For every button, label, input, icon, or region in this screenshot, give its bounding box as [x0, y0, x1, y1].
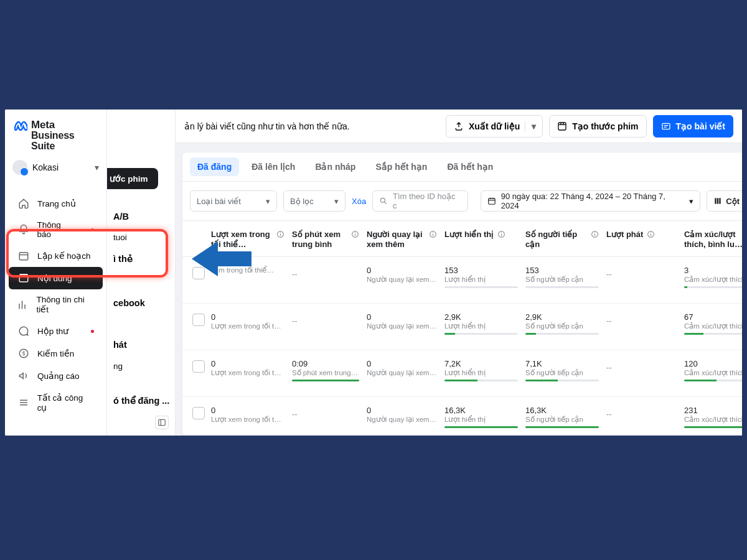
sub-sidebar-fragment[interactable]: tuoi — [113, 233, 127, 242]
sub-sidebar-fragment[interactable]: ì thẻ — [113, 254, 133, 264]
sidebar-item-content[interactable]: Nội dung — [9, 267, 103, 289]
table-row: 0Lượt xem trong tối thiể…--0Người quay l… — [182, 304, 742, 350]
tab-3[interactable]: Sắp hết hạn — [368, 157, 435, 176]
sub-pill[interactable]: ước phim — [100, 168, 158, 189]
sidebar-item-notify[interactable]: Thông báo — [9, 215, 103, 245]
inbox-icon — [17, 325, 30, 337]
table-cell: -- — [603, 266, 680, 279]
row-checkbox[interactable] — [192, 314, 205, 326]
table-cell: 2,9KLượt hiển thị — [441, 312, 522, 335]
monet-icon: $ — [17, 348, 30, 359]
table-cell: 0Người quay lại xem thêm — [363, 266, 441, 284]
info-icon — [591, 230, 599, 241]
sub-sidebar-fragment[interactable]: hát — [113, 340, 127, 350]
sub-sidebar-fragment[interactable]: ó thể đăng ... — [113, 396, 169, 406]
svg-rect-29 — [720, 198, 721, 203]
tabs: Đã đăngĐã lên lịchBản nhápSắp hết hạnĐã … — [182, 152, 742, 182]
chevron-down-icon: ▾ — [689, 197, 693, 206]
planner-icon — [17, 250, 30, 261]
sub-sidebar-fragment[interactable]: ng — [113, 362, 123, 371]
table-cell: 0:09Số phút xem trung bình — [288, 359, 363, 381]
sidebar-item-ads[interactable]: Quảng cáo — [9, 365, 103, 387]
page-subtitle: ản lý bài viết cũng như tin và hơn thế n… — [184, 121, 350, 131]
search-input[interactable]: Tìm theo ID hoặc c — [372, 190, 468, 212]
nav: Trang chủThông báoLập kế hoạchNội dungTh… — [5, 192, 106, 418]
collapse-sidebar-button[interactable] — [155, 416, 169, 429]
info-icon — [497, 230, 505, 241]
svg-rect-23 — [489, 198, 495, 204]
sidebar: Meta Business Suite Kokasi ▾ Trang chủTh… — [5, 110, 107, 436]
table-cell: 2,9KSố người tiếp cận — [522, 312, 603, 335]
org-avatar — [12, 160, 27, 175]
org-switcher[interactable]: Kokasi ▾ — [5, 155, 106, 182]
tab-0[interactable]: Đã đăng — [190, 157, 239, 176]
notify-icon — [17, 224, 29, 235]
sidebar-item-insights[interactable]: Thông tin chi tiết — [9, 289, 103, 320]
app-window: Meta Business Suite Kokasi ▾ Trang chủTh… — [5, 110, 742, 436]
sidebar-item-label: Trang chủ — [37, 198, 76, 208]
post-type-select[interactable]: Loại bài viết ▾ — [190, 190, 277, 212]
notification-dot — [91, 330, 94, 333]
table-cell: -- — [288, 312, 363, 325]
table-cell: 120Cảm xúc/lượt thích, bìn… — [680, 359, 742, 381]
table-cell: 0Người quay lại xem thêm — [363, 406, 441, 424]
clear-filters-link[interactable]: Xóa — [352, 197, 366, 206]
tab-2[interactable]: Bản nháp — [308, 157, 363, 176]
column-header[interactable]: Lượt xem trong tối thiể… — [207, 230, 288, 249]
panel-collapse-icon — [157, 418, 166, 427]
sidebar-item-label: Nội dung — [37, 273, 72, 283]
sub-sidebar: ước phim A/Btuoiì thẻcebookhátngó thể đă… — [107, 110, 176, 436]
info-icon — [647, 230, 655, 241]
columns-icon — [713, 197, 722, 205]
content-icon — [17, 273, 30, 284]
row-checkbox[interactable] — [192, 267, 205, 279]
sidebar-item-monet[interactable]: $Kiếm tiền — [9, 342, 103, 365]
column-header[interactable]: Lượt hiển thị — [441, 230, 522, 241]
svg-rect-2 — [19, 276, 28, 282]
table-cell: 0Người quay lại xem thêm — [363, 312, 441, 330]
svg-rect-3 — [19, 274, 28, 276]
columns-button[interactable]: Cột — [707, 190, 742, 212]
create-post-button[interactable]: Tạo bài viết — [653, 115, 733, 138]
chevron-down-icon: ▾ — [95, 162, 99, 172]
table-cell: 7,1KSố người tiếp cận — [522, 359, 603, 381]
brand: Meta Business Suite — [5, 110, 106, 155]
table-cell: -- — [603, 406, 680, 419]
table-cell: 0Lượt xem trong tối thiể… — [207, 312, 288, 330]
column-header[interactable]: Số phút xem trung bình — [288, 230, 363, 249]
sidebar-item-tools[interactable]: Tất cả công cụ — [9, 387, 103, 418]
table-cell: 0Lượt xem trong tối thiể… — [207, 359, 288, 377]
column-header[interactable]: Lượt phát — [603, 230, 680, 241]
svg-point-38 — [433, 232, 433, 233]
table-row: xem trong tối thiể…--0Người quay lại xem… — [182, 257, 742, 304]
column-header[interactable]: Số người tiếp cận — [522, 230, 603, 249]
column-header[interactable]: Cảm xúc/lượt thích, bình lu… — [680, 230, 742, 249]
tab-1[interactable]: Đã lên lịch — [244, 157, 303, 176]
svg-point-35 — [355, 232, 355, 233]
row-checkbox[interactable] — [192, 360, 205, 373]
sidebar-item-planner[interactable]: Lập kế hoạch — [9, 245, 103, 267]
sub-sidebar-fragment[interactable]: A/B — [113, 212, 129, 222]
sidebar-item-inbox[interactable]: Hộp thư — [9, 320, 103, 342]
sidebar-item-home[interactable]: Trang chủ — [9, 192, 103, 215]
svg-rect-0 — [19, 253, 28, 260]
calendar-icon — [487, 197, 496, 205]
row-checkbox[interactable] — [192, 407, 205, 419]
create-reel-button[interactable]: Tạo thước phim — [549, 115, 646, 138]
table-cell: -- — [288, 266, 363, 279]
export-button[interactable]: Xuất dữ liệu ▾ — [446, 115, 543, 138]
table-cell: 67Cảm xúc/lượt thích, bìn… — [680, 312, 742, 335]
chevron-down-icon: ▾ — [266, 197, 270, 206]
table-row: 0Lượt xem trong tối thiể…--0Người quay l… — [182, 397, 742, 435]
table-cell: -- — [288, 406, 363, 419]
table-cell: 153Số người tiếp cận — [522, 266, 603, 288]
column-header[interactable]: Người quay lại xem thêm — [363, 230, 441, 249]
reel-icon — [557, 121, 567, 131]
tab-4[interactable]: Đã hết hạn — [439, 157, 500, 176]
sub-sidebar-fragment[interactable]: cebook — [113, 298, 145, 308]
date-range-button[interactable]: 90 ngày qua: 22 Tháng 4, 2024 – 20 Tháng… — [481, 190, 700, 212]
topbar-actions: Xuất dữ liệu ▾ Tạo thước phim Tạo bài vi… — [446, 115, 733, 138]
table-cell: 7,2KLượt hiển thị — [441, 359, 522, 381]
chevron-down-icon: ▾ — [525, 121, 542, 131]
filter-select[interactable]: Bộ lọc ▾ — [283, 190, 345, 212]
